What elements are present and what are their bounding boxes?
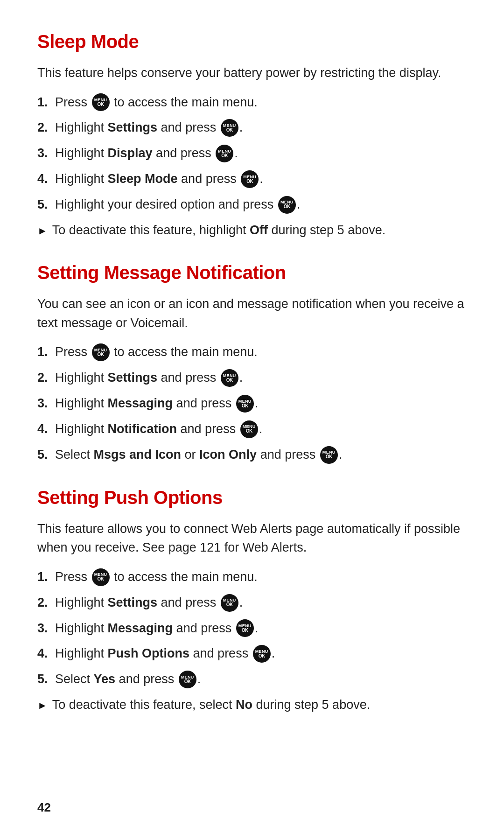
step-content: Highlight Display and press MENUOK. bbox=[55, 144, 467, 163]
sleep-mode-title: Sleep Mode bbox=[37, 28, 467, 55]
step-item: 3. Highlight Messaging and press MENUOK. bbox=[37, 394, 467, 413]
tip-arrow-icon: ► bbox=[37, 698, 48, 713]
menu-ok-button-icon: MENUOK bbox=[320, 446, 338, 464]
menu-ok-button-icon: MENUOK bbox=[216, 145, 233, 162]
step-number: 2. bbox=[37, 368, 55, 387]
menu-ok-button-icon: MENUOK bbox=[241, 170, 259, 188]
step-number: 2. bbox=[37, 593, 55, 612]
step-item: 4. Highlight Notification and press MENU… bbox=[37, 420, 467, 439]
notification-description: You can see an icon or an icon and messa… bbox=[37, 294, 467, 332]
step-content: Select Yes and press MENUOK. bbox=[55, 670, 467, 689]
step-content: Select Msgs and Icon or Icon Only and pr… bbox=[55, 445, 467, 464]
menu-ok-button-icon: MENUOK bbox=[221, 119, 238, 137]
step-item: 1. Press MENUOK to access the main menu. bbox=[37, 567, 467, 587]
step-item: 1. Press MENUOK to access the main menu. bbox=[37, 343, 467, 362]
step-number: 3. bbox=[37, 619, 55, 638]
step-number: 2. bbox=[37, 118, 55, 137]
step-content: Highlight Settings and press MENUOK. bbox=[55, 118, 467, 137]
step-number: 5. bbox=[37, 445, 55, 464]
step-number: 3. bbox=[37, 144, 55, 163]
step-item: 2. Highlight Settings and press MENUOK. bbox=[37, 118, 467, 137]
sleep-mode-description: This feature helps conserve your battery… bbox=[37, 63, 467, 83]
step-item: 4. Highlight Push Options and press MENU… bbox=[37, 644, 467, 663]
notification-title: Setting Message Notification bbox=[37, 259, 467, 286]
step-number: 4. bbox=[37, 420, 55, 439]
step-item: 1. Press MENUOK to access the main menu. bbox=[37, 93, 467, 112]
step-number: 5. bbox=[37, 195, 55, 214]
step-content: Highlight Settings and press MENUOK. bbox=[55, 593, 467, 612]
sleep-mode-steps: 1. Press MENUOK to access the main menu.… bbox=[37, 93, 467, 214]
step-number: 1. bbox=[37, 567, 55, 587]
menu-ok-button-icon: MENUOK bbox=[179, 671, 196, 688]
push-options-steps: 1. Press MENUOK to access the main menu.… bbox=[37, 567, 467, 689]
push-options-title: Setting Push Options bbox=[37, 484, 467, 511]
page-number: 42 bbox=[37, 799, 51, 817]
push-options-tip: ► To deactivate this feature, select No … bbox=[37, 695, 467, 714]
step-content: Press MENUOK to access the main menu. bbox=[55, 93, 467, 112]
notification-steps: 1. Press MENUOK to access the main menu.… bbox=[37, 343, 467, 464]
sleep-mode-section: Sleep Mode This feature helps conserve y… bbox=[37, 28, 467, 239]
step-item: 5. Select Yes and press MENUOK. bbox=[37, 670, 467, 689]
menu-ok-button-icon: MENUOK bbox=[240, 420, 258, 438]
step-item: 3. Highlight Display and press MENUOK. bbox=[37, 144, 467, 163]
step-content: Highlight Notification and press MENUOK. bbox=[55, 420, 467, 439]
step-number: 5. bbox=[37, 670, 55, 689]
menu-ok-button-icon: MENUOK bbox=[92, 568, 110, 586]
step-content: Highlight Messaging and press MENUOK. bbox=[55, 619, 467, 638]
notification-section: Setting Message Notification You can see… bbox=[37, 259, 467, 464]
step-item: 3. Highlight Messaging and press MENUOK. bbox=[37, 619, 467, 638]
step-content: Highlight your desired option and press … bbox=[55, 195, 467, 214]
push-options-section: Setting Push Options This feature allows… bbox=[37, 484, 467, 714]
menu-ok-button-icon: MENUOK bbox=[253, 645, 271, 663]
tip-arrow-icon: ► bbox=[37, 223, 48, 238]
menu-ok-button-icon: MENUOK bbox=[92, 93, 110, 111]
step-item: 2. Highlight Settings and press MENUOK. bbox=[37, 368, 467, 387]
step-content: Highlight Messaging and press MENUOK. bbox=[55, 394, 467, 413]
step-content: Highlight Settings and press MENUOK. bbox=[55, 368, 467, 387]
step-number: 4. bbox=[37, 169, 55, 189]
step-content: Press MENUOK to access the main menu. bbox=[55, 567, 467, 587]
sleep-mode-tip: ► To deactivate this feature, highlight … bbox=[37, 221, 467, 240]
tip-text: To deactivate this feature, highlight Of… bbox=[52, 221, 467, 240]
menu-ok-button-icon: MENUOK bbox=[236, 619, 254, 637]
step-number: 4. bbox=[37, 644, 55, 663]
step-content: Highlight Push Options and press MENUOK. bbox=[55, 644, 467, 663]
menu-ok-button-icon: MENUOK bbox=[236, 395, 254, 413]
step-number: 1. bbox=[37, 343, 55, 362]
menu-ok-button-icon: MENUOK bbox=[92, 343, 110, 361]
step-item: 2. Highlight Settings and press MENUOK. bbox=[37, 593, 467, 612]
menu-ok-button-icon: MENUOK bbox=[221, 594, 238, 612]
step-number: 3. bbox=[37, 394, 55, 413]
step-content: Press MENUOK to access the main menu. bbox=[55, 343, 467, 362]
step-item: 5. Select Msgs and Icon or Icon Only and… bbox=[37, 445, 467, 464]
step-item: 5. Highlight your desired option and pre… bbox=[37, 195, 467, 214]
menu-ok-button-icon: MENUOK bbox=[278, 196, 296, 214]
tip-text: To deactivate this feature, select No du… bbox=[52, 695, 467, 714]
push-options-description: This feature allows you to connect Web A… bbox=[37, 519, 467, 557]
step-item: 4. Highlight Sleep Mode and press MENUOK… bbox=[37, 169, 467, 189]
step-number: 1. bbox=[37, 93, 55, 112]
menu-ok-button-icon: MENUOK bbox=[221, 369, 238, 387]
step-content: Highlight Sleep Mode and press MENUOK. bbox=[55, 169, 467, 189]
